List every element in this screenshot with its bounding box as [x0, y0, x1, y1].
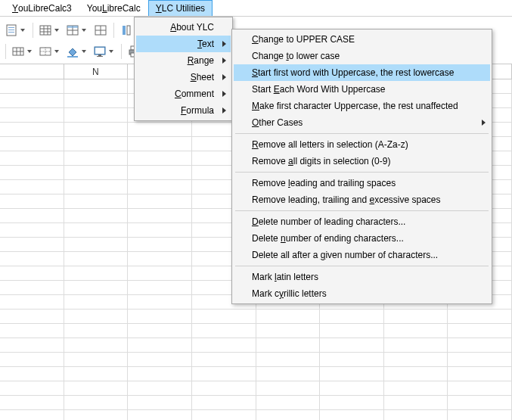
- cell[interactable]: [320, 396, 384, 410]
- cell[interactable]: [128, 137, 192, 151]
- cell[interactable]: [448, 410, 512, 420]
- cell[interactable]: [192, 396, 256, 410]
- cell[interactable]: [448, 381, 512, 396]
- cell[interactable]: [256, 410, 321, 420]
- cell[interactable]: [384, 381, 448, 396]
- submenu-item[interactable]: Remove all letters in selection (A-Za-z): [234, 136, 490, 153]
- cell[interactable]: [0, 123, 64, 137]
- cell[interactable]: [384, 310, 448, 324]
- menu-item[interactable]: Formula: [136, 102, 231, 119]
- cell[interactable]: [320, 338, 384, 353]
- cell[interactable]: [320, 324, 384, 338]
- toolbar-document-icon[interactable]: [3, 21, 29, 39]
- cell[interactable]: [320, 381, 384, 396]
- cell[interactable]: [64, 79, 129, 94]
- cell[interactable]: [0, 108, 64, 123]
- cell[interactable]: [0, 166, 64, 180]
- cell[interactable]: [64, 166, 129, 180]
- cell[interactable]: [0, 367, 64, 381]
- cell[interactable]: [0, 209, 64, 223]
- cell[interactable]: [64, 151, 129, 166]
- cell[interactable]: [128, 194, 192, 209]
- cell[interactable]: [0, 338, 64, 353]
- cell[interactable]: [0, 281, 64, 295]
- cell[interactable]: [0, 310, 64, 324]
- cell[interactable]: [0, 223, 64, 238]
- cell[interactable]: [448, 324, 512, 338]
- cell[interactable]: [0, 396, 64, 410]
- cell[interactable]: [128, 367, 192, 381]
- submenu-item[interactable]: Delete number of ending characters...: [234, 230, 490, 247]
- cell[interactable]: [384, 410, 448, 420]
- cell[interactable]: [64, 108, 129, 123]
- cell[interactable]: [0, 94, 64, 108]
- cell[interactable]: [64, 338, 129, 353]
- column-header[interactable]: N: [64, 64, 129, 79]
- cell[interactable]: [128, 281, 192, 295]
- cell[interactable]: [0, 180, 64, 194]
- cell[interactable]: [128, 410, 192, 420]
- submenu-item[interactable]: Mark latin letters: [234, 269, 490, 285]
- cell[interactable]: [448, 367, 512, 381]
- cell[interactable]: [256, 396, 321, 410]
- cell[interactable]: [128, 252, 192, 266]
- cell[interactable]: [128, 151, 192, 166]
- cell[interactable]: [448, 396, 512, 410]
- cell[interactable]: [384, 396, 448, 410]
- cell[interactable]: [0, 381, 64, 396]
- cell[interactable]: [64, 353, 129, 367]
- cell[interactable]: [128, 180, 192, 194]
- cell[interactable]: [64, 94, 129, 108]
- cell[interactable]: [64, 324, 129, 338]
- cell[interactable]: [320, 353, 384, 367]
- cell[interactable]: [256, 338, 321, 353]
- cell[interactable]: [64, 266, 129, 281]
- submenu-item[interactable]: Start first word with Uppercase, the res…: [234, 64, 490, 81]
- cell[interactable]: [64, 137, 129, 151]
- menu-item[interactable]: About YLC: [136, 19, 231, 36]
- cell[interactable]: [64, 396, 129, 410]
- cell[interactable]: [448, 353, 512, 367]
- submenu-item[interactable]: Mark cyrillic letters: [234, 285, 490, 302]
- menu-item[interactable]: Comment: [136, 86, 231, 102]
- cell[interactable]: [128, 353, 192, 367]
- submenu-item[interactable]: Other Cases: [234, 114, 490, 131]
- cell[interactable]: [128, 266, 192, 281]
- cell[interactable]: [64, 209, 129, 223]
- cell[interactable]: [384, 367, 448, 381]
- cell[interactable]: [128, 238, 192, 252]
- cell[interactable]: [256, 353, 321, 367]
- cell[interactable]: [64, 295, 129, 310]
- cell[interactable]: [128, 338, 192, 353]
- cell[interactable]: [0, 252, 64, 266]
- cell[interactable]: [0, 353, 64, 367]
- cell[interactable]: [384, 324, 448, 338]
- cell[interactable]: [128, 381, 192, 396]
- submenu-item[interactable]: Remove all digits in selection (0-9): [234, 153, 490, 170]
- cell[interactable]: [448, 310, 512, 324]
- cell[interactable]: [128, 396, 192, 410]
- cell[interactable]: [64, 123, 129, 137]
- cell[interactable]: [0, 79, 64, 94]
- submenu-item[interactable]: Change to lower case: [234, 48, 490, 64]
- cell[interactable]: [384, 338, 448, 353]
- cell[interactable]: [0, 137, 64, 151]
- menubar-item[interactable]: YouLibreCalc3: [5, 0, 79, 16]
- cell[interactable]: [64, 310, 129, 324]
- cell[interactable]: [320, 410, 384, 420]
- cell[interactable]: [192, 324, 256, 338]
- cell[interactable]: [0, 151, 64, 166]
- cell[interactable]: [64, 252, 129, 266]
- menu-item[interactable]: Text: [136, 36, 231, 52]
- cell[interactable]: [192, 310, 256, 324]
- cell[interactable]: [192, 367, 256, 381]
- submenu-item[interactable]: Make first character Uppercase, the rest…: [234, 98, 490, 114]
- cell[interactable]: [64, 238, 129, 252]
- toolbar-grid-icon[interactable]: [37, 21, 63, 39]
- cell[interactable]: [192, 410, 256, 420]
- cell[interactable]: [448, 338, 512, 353]
- cell[interactable]: [64, 410, 129, 420]
- submenu-item[interactable]: Delete number of leading characters...: [234, 213, 490, 230]
- cell[interactable]: [256, 381, 321, 396]
- menu-item[interactable]: Sheet: [136, 69, 231, 86]
